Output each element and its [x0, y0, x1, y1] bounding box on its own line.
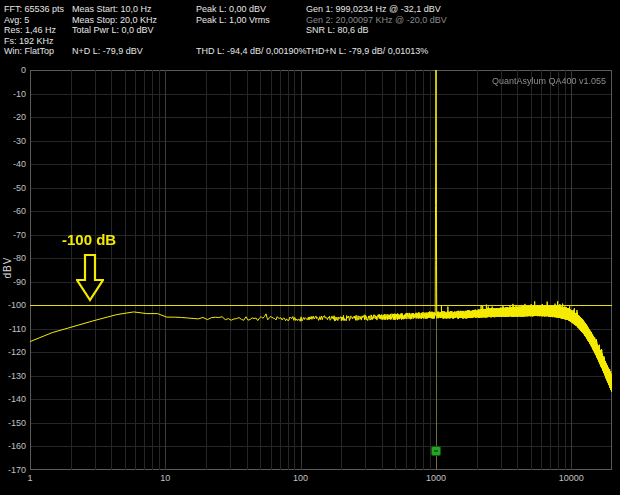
header-column-generators: Gen 1: 999,0234 Hz @ -32,1 dBV Gen 2: 20… — [306, 4, 447, 57]
window-type: Win: FlatTop — [4, 46, 64, 57]
gen2-readout: Gen 2: 20,00097 KHz @ -20,0 dBV — [306, 15, 447, 26]
y-tick-label: -10 — [0, 89, 26, 99]
snr-readout: SNR L: 80,6 dB — [306, 25, 447, 36]
down-arrow-icon — [76, 253, 104, 303]
annotation-100db-label: -100 dB — [62, 231, 116, 248]
thdn-readout: THD+N L: -79,9 dB/ 0,01013% — [306, 46, 447, 57]
y-tick-label: -150 — [0, 418, 26, 428]
qa400-window: { "header": { "col1": { "rows": ["FFT: 6… — [0, 0, 620, 495]
fft-points: FFT: 65536 pts — [4, 4, 64, 15]
x-tick-label: 1000 — [414, 473, 458, 483]
y-tick-label: -120 — [0, 347, 26, 357]
y-tick-label: -100 — [0, 300, 26, 310]
y-tick-label: -130 — [0, 371, 26, 381]
y-tick-label: -30 — [0, 136, 26, 146]
watermark-version: QuantAsylum QA400 v1.055 — [492, 76, 606, 86]
y-tick-label: -110 — [0, 324, 26, 334]
meas-stop: Meas Stop: 20,0 KHz — [72, 15, 157, 26]
x-tick-label: 10 — [143, 473, 187, 483]
y-tick-label: -50 — [0, 183, 26, 193]
peak-vrms: Peak L: 1,00 Vrms — [196, 15, 307, 26]
generator-marker[interactable] — [431, 446, 441, 456]
y-tick-label: 0 — [0, 65, 26, 75]
y-tick-label: -140 — [0, 394, 26, 404]
y-tick-label: -70 — [0, 230, 26, 240]
x-tick-label: 10000 — [549, 473, 593, 483]
y-tick-label: -160 — [0, 441, 26, 451]
header-column-peaks: Peak L: 0,00 dBV Peak L: 1,00 Vrms THD L… — [196, 4, 307, 57]
y-axis-title: dBV — [2, 257, 13, 279]
header-column-measurement: Meas Start: 10,0 Hz Meas Stop: 20,0 KHz … — [72, 4, 157, 57]
x-tick-label: 100 — [279, 473, 323, 483]
total-power: Total Pwr L: 0,0 dBV — [72, 25, 157, 36]
header-column-acquisition: FFT: 65536 pts Avg: 5 Res: 1,46 Hz Fs: 1… — [4, 4, 64, 57]
meas-start: Meas Start: 10,0 Hz — [72, 4, 157, 15]
noise-distortion-level: N+D L: -79,9 dBV — [72, 46, 157, 57]
peak-dbv: Peak L: 0,00 dBV — [196, 4, 307, 15]
sample-rate: Fs: 192 KHz — [4, 36, 64, 47]
y-tick-label: -20 — [0, 112, 26, 122]
gen1-readout: Gen 1: 999,0234 Hz @ -32,1 dBV — [306, 4, 447, 15]
resolution: Res: 1,46 Hz — [4, 25, 64, 36]
avg-count: Avg: 5 — [4, 15, 64, 26]
y-tick-label: -40 — [0, 159, 26, 169]
y-tick-label: -60 — [0, 206, 26, 216]
x-tick-label: 1 — [8, 473, 52, 483]
thd-readout: THD L: -94,4 dB/ 0,00190% — [196, 46, 307, 57]
spectrum-plot-canvas — [30, 70, 612, 470]
